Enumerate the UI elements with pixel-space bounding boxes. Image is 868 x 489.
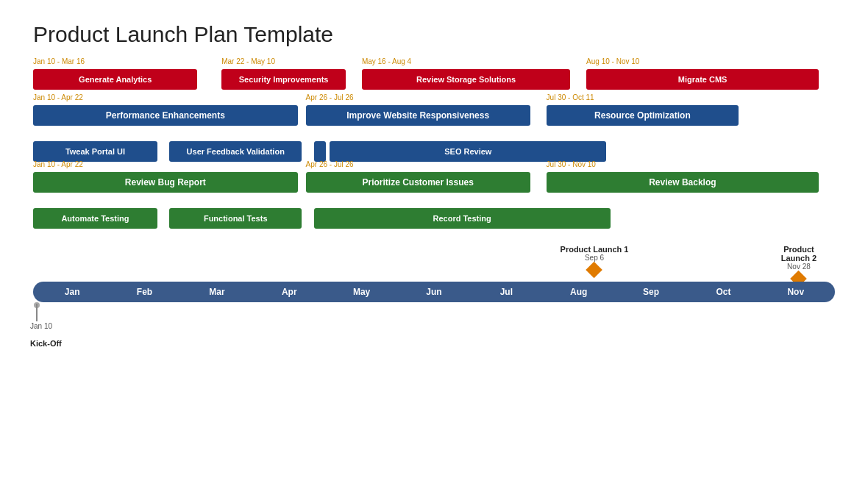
bar-seo-review: SEO Review — [330, 141, 606, 162]
month-sep: Sep — [615, 287, 687, 297]
bar-automate-testing: Automate Testing — [33, 208, 157, 229]
milestone-diamond-1 — [586, 262, 603, 279]
bar-row-green1: Jan 10 - Apr 22 Review Bug Report Apr 26… — [33, 171, 835, 203]
kickoff-line — [36, 304, 38, 321]
bar-website-responsiveness: Improve Website Responsiveness — [306, 105, 530, 126]
row-group-blue1: Jan 10 - Apr 22 Performance Enhancements… — [33, 104, 835, 136]
kickoff-label: Kick-Off — [30, 339, 62, 348]
bar-record-testing: Record Testing — [314, 208, 611, 229]
date-label-website: Apr 26 - Jul 26 — [306, 93, 354, 101]
date-label-customer: Apr 26 - Jul 26 — [306, 160, 354, 168]
kickoff-section: Jan 10 Kick-Off — [33, 304, 835, 326]
bar-security-improvements: Security Improvements — [221, 69, 346, 90]
bar-generate-analytics: Generate Analytics — [33, 69, 197, 90]
month-apr: Apr — [253, 287, 325, 297]
bar-review-storage: Review Storage Solutions — [362, 69, 570, 90]
date-label-migrate: Aug 10 - Nov 10 — [586, 57, 639, 65]
milestone-launch2: Product Launch 2 Nov 28 — [780, 245, 817, 285]
month-jan: Jan — [36, 287, 108, 297]
date-label-perf: Jan 10 - Apr 22 — [33, 93, 83, 101]
month-oct: Oct — [687, 287, 759, 297]
month-nov: Nov — [760, 287, 832, 297]
bar-row-blue2: Tweak Portal UI User Feedback Validation… — [33, 140, 835, 165]
bar-seo-prefix — [314, 141, 326, 162]
month-feb: Feb — [108, 287, 180, 297]
bar-review-bug: Review Bug Report — [33, 172, 298, 193]
month-may: May — [325, 287, 397, 297]
page-container: Product Launch Plan Template Jan 10 - Ma… — [0, 0, 868, 489]
date-label-bug: Jan 10 - Apr 22 — [33, 160, 83, 168]
bar-prioritize-customer: Prioritize Customer Issues — [306, 172, 530, 193]
timeline-section: Product Launch 1 Sep 6 Product Launch 2 … — [33, 245, 835, 326]
bar-user-feedback: User Feedback Validation — [169, 141, 302, 162]
timeline-bar: Jan Feb Mar Apr May Jun Jul Aug Sep Oct … — [33, 282, 835, 302]
bar-row-blue1: Jan 10 - Apr 22 Performance Enhancements… — [33, 104, 835, 136]
row-group-blue2: Tweak Portal UI User Feedback Validation… — [33, 140, 835, 165]
milestone-launch1: Product Launch 1 Sep 6 — [561, 245, 629, 276]
date-label-backlog: Jul 30 - Nov 10 — [547, 160, 596, 168]
page-title: Product Launch Plan Template — [33, 22, 835, 47]
date-label-storage: May 16 - Aug 4 — [362, 57, 411, 65]
bar-row-green2: Automate Testing Functional Tests Record… — [33, 207, 835, 232]
month-aug: Aug — [543, 287, 615, 297]
bar-performance: Performance Enhancements — [33, 105, 298, 126]
row-group-red: Jan 10 - Mar 16 Generate Analytics Mar 2… — [33, 68, 835, 100]
row-group-green2: Automate Testing Functional Tests Record… — [33, 207, 835, 232]
bar-migrate-cms: Migrate CMS — [586, 69, 819, 90]
row-group-green1: Jan 10 - Apr 22 Review Bug Report Apr 26… — [33, 171, 835, 203]
date-label-security: Mar 22 - May 10 — [221, 57, 275, 65]
bar-tweak-portal: Tweak Portal UI — [33, 141, 157, 162]
month-jun: Jun — [398, 287, 470, 297]
kickoff-date: Jan 10 — [30, 322, 52, 330]
date-label-generate: Jan 10 - Mar 16 — [33, 57, 85, 65]
bar-review-backlog: Review Backlog — [547, 172, 819, 193]
gantt-area: Jan 10 - Mar 16 Generate Analytics Mar 2… — [33, 68, 835, 326]
milestone-labels: Product Launch 1 Sep 6 Product Launch 2 … — [33, 245, 835, 282]
month-labels: Jan Feb Mar Apr May Jun Jul Aug Sep Oct … — [33, 287, 835, 297]
bar-functional-tests: Functional Tests — [169, 208, 302, 229]
bar-resource-optimization: Resource Optimization — [547, 105, 739, 126]
date-label-resource: Jul 30 - Oct 11 — [547, 93, 594, 101]
bar-row-red: Jan 10 - Mar 16 Generate Analytics Mar 2… — [33, 68, 835, 100]
month-jul: Jul — [470, 287, 542, 297]
month-mar: Mar — [181, 287, 253, 297]
